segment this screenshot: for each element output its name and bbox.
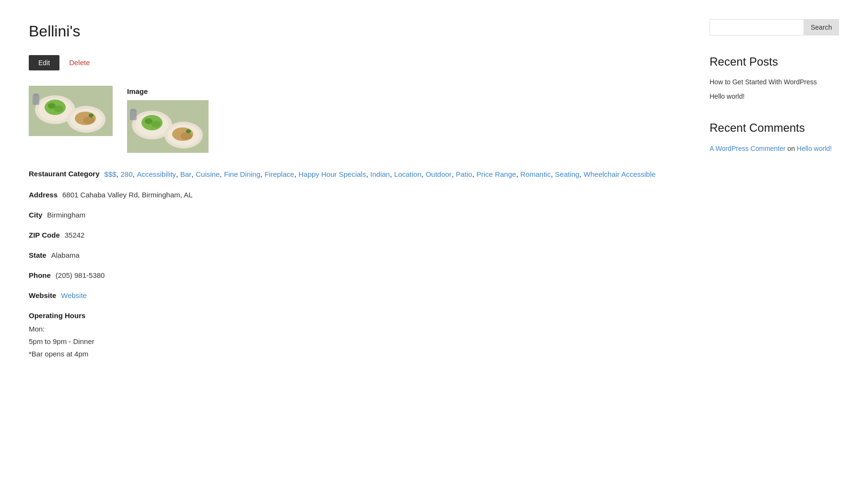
category-link-2[interactable]: Accessibility <box>137 170 176 178</box>
category-link-9[interactable]: Location <box>394 170 421 178</box>
svg-rect-25 <box>131 109 136 111</box>
state-label: State <box>29 250 47 261</box>
category-link-14[interactable]: Seating <box>555 170 580 178</box>
search-button[interactable]: Search <box>804 19 839 35</box>
zip-row: ZIP Code 35242 <box>29 229 681 241</box>
category-link-13[interactable]: Romantic <box>520 170 550 178</box>
svg-point-18 <box>151 121 161 127</box>
state-value: Alabama <box>51 250 80 261</box>
svg-point-9 <box>83 116 94 124</box>
phone-label: Phone <box>29 270 51 281</box>
address-row: Address 6801 Cahaba Valley Rd, Birmingha… <box>29 189 681 201</box>
svg-rect-11 <box>33 94 39 105</box>
category-label: Restaurant Category <box>29 168 100 181</box>
svg-rect-24 <box>130 110 137 120</box>
comment-on-text: on <box>787 145 796 152</box>
main-restaurant-image <box>29 86 113 136</box>
category-link-11[interactable]: Patio <box>456 170 472 178</box>
phone-row: Phone (205) 981-5380 <box>29 270 681 281</box>
svg-point-22 <box>181 132 192 140</box>
recent-comments-section: Recent Comments A WordPress Commenter on… <box>710 119 834 154</box>
phone-value: (205) 981-5380 <box>56 270 105 281</box>
comment-entry-0: A WordPress Commenter on Hello world! <box>710 144 834 154</box>
image-section: Image <box>127 86 209 153</box>
search-input[interactable] <box>710 19 804 35</box>
address-value: 6801 Cahaba Valley Rd, Birmingham, AL <box>62 189 193 201</box>
svg-point-10 <box>89 114 93 117</box>
search-widget: Search <box>710 19 834 35</box>
category-link-1[interactable]: 280 <box>120 170 132 178</box>
recent-post-1[interactable]: Hello world! <box>710 92 834 102</box>
commenter-link-0[interactable]: A WordPress Commenter <box>710 145 785 152</box>
sidebar: Search Recent Posts How to Get Started W… <box>710 19 834 361</box>
zip-value: 35242 <box>65 229 85 241</box>
category-link-12[interactable]: Price Range <box>477 170 516 178</box>
comment-post-link-0[interactable]: Hello world! <box>797 145 832 152</box>
city-label: City <box>29 209 42 221</box>
category-link-15[interactable]: Wheelchair Accessible <box>583 170 655 178</box>
detail-image-thumbnail <box>127 100 209 153</box>
recent-comments-title: Recent Comments <box>710 119 834 137</box>
page-title: Bellini's <box>29 19 681 44</box>
hours-time: 5pm to 9pm - Dinner <box>29 336 681 347</box>
image-label: Image <box>127 86 209 97</box>
category-link-0[interactable]: $$$ <box>105 170 117 178</box>
website-row: Website Website <box>29 290 681 301</box>
svg-point-5 <box>54 105 63 112</box>
edit-button[interactable]: Edit <box>29 55 59 70</box>
page-wrapper: Bellini's Edit Delete <box>0 0 863 380</box>
recent-posts-section: Recent Posts How to Get Started With Wor… <box>710 53 834 102</box>
city-value: Birmingham <box>47 209 85 221</box>
delete-link[interactable]: Delete <box>69 57 90 69</box>
website-label: Website <box>29 290 56 301</box>
search-form: Search <box>710 19 834 35</box>
address-label: Address <box>29 189 58 201</box>
website-link[interactable]: Website <box>61 290 87 301</box>
main-content: Bellini's Edit Delete <box>29 19 681 361</box>
category-link-4[interactable]: Cuisine <box>196 170 220 178</box>
recent-post-0[interactable]: How to Get Started With WordPress <box>710 78 834 87</box>
svg-point-23 <box>186 129 191 133</box>
svg-rect-12 <box>34 93 38 95</box>
category-link-7[interactable]: Happy Hour Specials <box>298 170 366 178</box>
category-links: $$$, 280, Accessibility, Bar, Cuisine, F… <box>105 168 656 181</box>
hours-section: Operating Hours Mon: 5pm to 9pm - Dinner… <box>29 310 681 360</box>
zip-label: ZIP Code <box>29 229 60 241</box>
category-link-6[interactable]: Fireplace <box>265 170 294 178</box>
category-row: Restaurant Category $$$, 280, Accessibil… <box>29 168 681 181</box>
category-link-3[interactable]: Bar <box>180 170 191 178</box>
hours-label: Operating Hours <box>29 310 681 321</box>
recent-posts-title: Recent Posts <box>710 53 834 71</box>
action-row: Edit Delete <box>29 55 681 70</box>
city-row: City Birmingham <box>29 209 681 221</box>
state-row: State Alabama <box>29 250 681 261</box>
images-row: Image <box>29 86 681 153</box>
category-link-10[interactable]: Outdoor <box>426 170 452 178</box>
hours-note: *Bar opens at 4pm <box>29 348 681 360</box>
category-link-5[interactable]: Fine Dining <box>224 170 260 178</box>
hours-day: Mon: <box>29 323 681 335</box>
category-link-8[interactable]: Indian <box>370 170 390 178</box>
